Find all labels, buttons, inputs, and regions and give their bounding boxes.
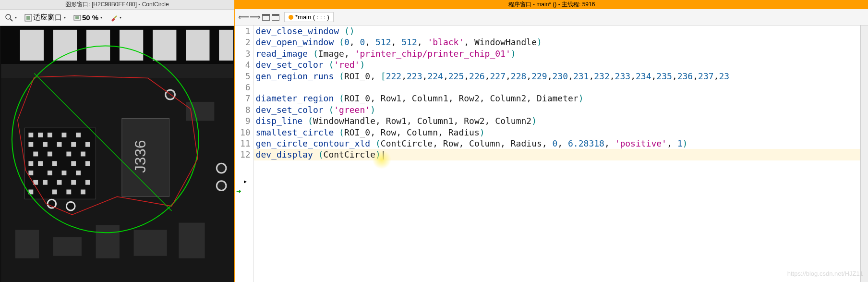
code-line[interactable]: read_image (Image, 'printer_chip/printer… bbox=[256, 48, 860, 59]
svg-point-0 bbox=[6, 14, 11, 19]
program-window-title: 程序窗口 - main* () - 主线程: 5916 bbox=[235, 0, 868, 9]
magnifier-icon bbox=[5, 14, 13, 22]
code-line[interactable]: dev_display (ContCircle)| bbox=[256, 149, 860, 160]
zoom-level-button[interactable]: 50 % ▾ bbox=[71, 12, 105, 23]
svg-rect-60 bbox=[179, 223, 205, 258]
svg-point-53 bbox=[217, 181, 226, 191]
clear-tool-button[interactable]: ▾ bbox=[108, 12, 124, 23]
svg-rect-18 bbox=[28, 133, 33, 137]
next-step-marker: ▶ bbox=[244, 176, 247, 187]
svg-rect-20 bbox=[48, 133, 52, 137]
svg-rect-38 bbox=[48, 171, 52, 175]
svg-rect-17 bbox=[25, 128, 96, 199]
svg-rect-36 bbox=[85, 161, 90, 166]
nav-forward-button[interactable]: ⟹ bbox=[251, 13, 259, 22]
code-line[interactable]: disp_line (WindowHandle, Row1, Column1, … bbox=[256, 115, 860, 126]
svg-rect-21 bbox=[62, 133, 67, 137]
svg-rect-47 bbox=[52, 190, 57, 195]
code-line[interactable] bbox=[256, 82, 860, 93]
svg-rect-24 bbox=[43, 142, 48, 147]
code-line[interactable]: dev_open_window (0, 0, 512, 512, 'black'… bbox=[256, 37, 860, 48]
svg-line-1 bbox=[10, 19, 12, 21]
code-editor[interactable]: 123456789101112 dev_close_window ()dev_o… bbox=[235, 25, 868, 282]
code-line[interactable]: dev_close_window () bbox=[256, 25, 860, 37]
chevron-down-icon: ▾ bbox=[64, 15, 66, 20]
code-line[interactable]: smallest_circle (ROI_0, Row, Column, Rad… bbox=[256, 127, 860, 138]
svg-rect-42 bbox=[43, 180, 48, 185]
svg-rect-11 bbox=[120, 30, 143, 61]
graphics-toolbar: ▾ 适应窗口 ▾ 50 % ▾ ▾ bbox=[0, 10, 234, 26]
svg-rect-5 bbox=[75, 16, 79, 19]
svg-rect-30 bbox=[66, 152, 71, 157]
tab-main[interactable]: *main ( : : : ) bbox=[284, 12, 334, 22]
svg-rect-13 bbox=[186, 30, 209, 61]
svg-point-52 bbox=[217, 163, 226, 173]
pcb-overlay: J336 bbox=[0, 26, 234, 282]
chevron-down-icon: ▾ bbox=[100, 15, 102, 20]
line-gutter: 123456789101112 bbox=[235, 25, 254, 282]
code-line[interactable]: dev_set_color ('red') bbox=[256, 59, 860, 70]
zoom-tool-button[interactable]: ▾ bbox=[3, 12, 19, 23]
fit-window-button[interactable]: 适应窗口 ▾ bbox=[22, 12, 68, 24]
chip-label: J336 bbox=[132, 140, 149, 172]
svg-rect-29 bbox=[48, 152, 52, 157]
window-list-button[interactable] bbox=[262, 14, 270, 21]
code-line[interactable]: dev_set_color ('green') bbox=[256, 104, 860, 115]
svg-rect-56 bbox=[15, 230, 39, 258]
chevron-down-icon: ▾ bbox=[15, 15, 17, 20]
svg-rect-31 bbox=[81, 152, 85, 157]
svg-rect-19 bbox=[38, 133, 43, 137]
window-show-button[interactable] bbox=[272, 14, 279, 21]
program-toolbar: ⟸ ⟹ *main ( : : : ) bbox=[235, 9, 868, 25]
code-line[interactable]: diameter_region (ROI_0, Row1, Column1, R… bbox=[256, 93, 860, 104]
chevron-down-icon: ▾ bbox=[120, 15, 121, 20]
graphics-canvas[interactable]: J336 bbox=[0, 26, 234, 282]
program-counter-arrow: ➔ bbox=[236, 185, 241, 196]
svg-point-54 bbox=[48, 199, 56, 208]
graphics-window-title: 图形窗口: [H2C98B0EF480] - ContCircle bbox=[0, 0, 234, 10]
svg-rect-35 bbox=[71, 161, 76, 166]
svg-rect-10 bbox=[86, 30, 110, 61]
code-line[interactable]: gen_circle_contour_xld (ContCircle, Row,… bbox=[256, 138, 860, 149]
svg-rect-58 bbox=[96, 225, 120, 258]
svg-rect-40 bbox=[76, 171, 81, 175]
brush-icon bbox=[110, 14, 118, 22]
svg-rect-28 bbox=[33, 152, 38, 157]
nav-back-button[interactable]: ⟸ bbox=[239, 13, 248, 22]
svg-rect-15 bbox=[1, 64, 233, 78]
fit-h-icon bbox=[73, 14, 81, 22]
svg-rect-8 bbox=[20, 30, 44, 61]
svg-rect-59 bbox=[134, 230, 167, 256]
svg-rect-49 bbox=[81, 190, 85, 195]
modified-dot-icon bbox=[289, 15, 293, 20]
svg-rect-57 bbox=[53, 237, 82, 256]
svg-rect-61 bbox=[186, 102, 214, 121]
watermark: https://blog.csdn.net/HJZ11 bbox=[787, 268, 863, 279]
svg-line-6 bbox=[114, 16, 117, 18]
svg-rect-32 bbox=[28, 161, 33, 166]
fit-window-label: 适应窗口 bbox=[33, 13, 62, 22]
svg-rect-33 bbox=[38, 161, 43, 166]
program-window-pane: 程序窗口 - main* () - 主线程: 5916 ⟸ ⟹ *main ( … bbox=[235, 0, 868, 282]
svg-point-55 bbox=[66, 202, 75, 210]
code-line[interactable]: gen_region_runs (ROI_0, [222,223,224,225… bbox=[256, 71, 860, 82]
svg-rect-44 bbox=[71, 180, 76, 185]
svg-rect-9 bbox=[53, 30, 77, 61]
svg-rect-39 bbox=[62, 171, 67, 175]
graphics-window-pane: 图形窗口: [H2C98B0EF480] - ContCircle ▾ 适应窗口… bbox=[0, 0, 235, 282]
svg-rect-3 bbox=[26, 16, 30, 20]
svg-rect-34 bbox=[52, 161, 57, 166]
svg-rect-25 bbox=[57, 142, 62, 147]
code-lines[interactable]: dev_close_window ()dev_open_window (0, 0… bbox=[254, 25, 860, 172]
svg-rect-27 bbox=[85, 142, 90, 147]
vertical-scrollbar[interactable] bbox=[860, 25, 868, 282]
svg-rect-22 bbox=[76, 133, 81, 137]
svg-rect-48 bbox=[66, 190, 71, 195]
svg-rect-12 bbox=[153, 30, 176, 61]
svg-rect-43 bbox=[57, 180, 62, 185]
svg-rect-26 bbox=[71, 142, 76, 147]
fit-icon bbox=[24, 14, 32, 22]
zoom-level-label: 50 % bbox=[82, 13, 98, 22]
svg-rect-14 bbox=[219, 30, 233, 61]
svg-rect-37 bbox=[28, 171, 33, 175]
